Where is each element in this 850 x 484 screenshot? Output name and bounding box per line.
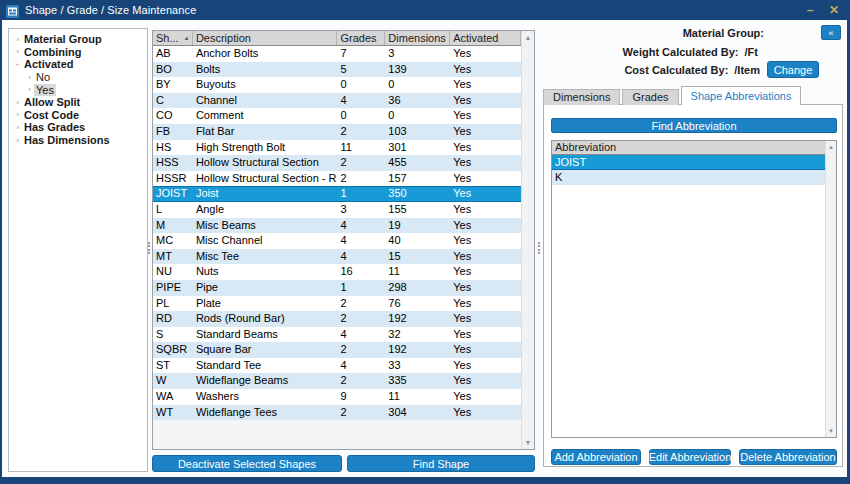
titlebar[interactable]: Shape / Grade / Size Maintenance – ✕ xyxy=(0,0,850,20)
table-row[interactable]: COComment00Yes xyxy=(153,108,521,124)
table-cell: PL xyxy=(153,296,193,312)
tree-item-has-dimensions[interactable]: ›Has Dimensions xyxy=(9,134,147,147)
table-cell: AB xyxy=(153,46,193,62)
table-row[interactable]: ABAnchor Bolts73Yes xyxy=(153,46,521,62)
tree-item-combining[interactable]: ›Combining xyxy=(9,46,147,59)
table-cell: Comment xyxy=(193,108,338,124)
deactivate-selected-shapes-button[interactable]: Deactivate Selected Shapes xyxy=(152,455,342,472)
table-cell: Yes xyxy=(450,202,521,218)
tree-item-yes[interactable]: ›Yes xyxy=(9,83,147,96)
expander-icon[interactable]: › xyxy=(13,123,22,132)
tree-item-activated[interactable]: ›Activated xyxy=(9,58,147,71)
column-header-dimensions[interactable]: Dimensions xyxy=(385,31,450,45)
shape-abbreviations-tab-panel: Find Abbreviation Abbreviation JOISTK ▲ … xyxy=(543,104,843,467)
tab-dimensions[interactable]: Dimensions xyxy=(543,89,620,105)
table-cell: Wideflange Tees xyxy=(193,405,338,421)
table-row[interactable]: JOISTJoist1350Yes xyxy=(153,186,521,202)
delete-abbreviation-button[interactable]: Delete Abbreviation xyxy=(739,449,837,465)
table-row[interactable]: WWideflange Beams2335Yes xyxy=(153,373,521,389)
cost-calculated-row: Cost Calculated By:/Item xyxy=(624,64,760,76)
table-row[interactable]: WTWideflange Tees2304Yes xyxy=(153,405,521,421)
table-cell: Yes xyxy=(450,218,521,234)
table-row[interactable]: HSSRHollow Structural Section - R2157Yes xyxy=(153,171,521,187)
splitter-handle-left[interactable] xyxy=(148,242,151,254)
expander-icon[interactable]: › xyxy=(25,85,34,94)
close-button[interactable]: ✕ xyxy=(826,2,842,18)
column-header-sh[interactable]: Sh...▲ xyxy=(153,31,193,45)
expander-icon[interactable]: › xyxy=(13,60,22,69)
table-cell: High Strength Bolt xyxy=(193,140,338,156)
tree-item-label: Allow Split xyxy=(22,96,82,108)
table-row[interactable]: WAWashers911Yes xyxy=(153,389,521,405)
table-cell: Bolts xyxy=(193,62,338,78)
table-row[interactable]: STStandard Tee433Yes xyxy=(153,358,521,374)
abbreviation-table-body: JOISTK xyxy=(552,155,825,437)
table-cell: Yes xyxy=(450,389,521,405)
tab-shape-abbreviations[interactable]: Shape Abbreviations xyxy=(681,86,802,105)
splitter-handle-right[interactable] xyxy=(538,242,541,254)
table-row[interactable]: PIPEPipe1298Yes xyxy=(153,280,521,296)
scroll-up-icon[interactable]: ▲ xyxy=(522,34,534,41)
column-header-description[interactable]: Description xyxy=(193,31,338,45)
tree-item-allow-split[interactable]: ›Allow Split xyxy=(9,96,147,109)
tree-item-no[interactable]: ›No xyxy=(9,71,147,84)
collapse-panel-button[interactable]: « xyxy=(821,25,841,40)
table-cell: Yes xyxy=(450,108,521,124)
table-row[interactable]: MMisc Beams419Yes xyxy=(153,218,521,234)
table-row[interactable]: PLPlate276Yes xyxy=(153,296,521,312)
table-cell: 4 xyxy=(337,249,385,265)
find-shape-button[interactable]: Find Shape xyxy=(347,455,535,472)
table-row[interactable]: BOBolts5139Yes xyxy=(153,62,521,78)
column-header-grades[interactable]: Grades xyxy=(337,31,385,45)
scroll-down-icon[interactable]: ▼ xyxy=(522,439,534,446)
table-cell: BO xyxy=(153,62,193,78)
table-cell: 2 xyxy=(337,311,385,327)
expander-icon[interactable]: › xyxy=(25,73,34,82)
table-row[interactable]: MTMisc Tee415Yes xyxy=(153,249,521,265)
shape-table-scrollbar[interactable]: ▲ ▼ xyxy=(521,31,534,449)
table-row[interactable]: MCMisc Channel440Yes xyxy=(153,233,521,249)
table-row[interactable]: SStandard Beams432Yes xyxy=(153,327,521,343)
tab-grades[interactable]: Grades xyxy=(622,89,678,105)
table-row[interactable]: LAngle3155Yes xyxy=(153,202,521,218)
column-header-activated[interactable]: Activated xyxy=(450,31,521,45)
table-row[interactable]: HSSHollow Structural Section2455Yes xyxy=(153,155,521,171)
table-row[interactable]: FBFlat Bar2103Yes xyxy=(153,124,521,140)
expander-icon[interactable]: › xyxy=(13,98,22,107)
tab-strip: DimensionsGradesShape Abbreviations xyxy=(543,86,803,105)
table-row[interactable]: NUNuts1611Yes xyxy=(153,264,521,280)
table-cell: Yes xyxy=(450,373,521,389)
table-cell: Wideflange Beams xyxy=(193,373,338,389)
table-cell: Anchor Bolts xyxy=(193,46,338,62)
minimize-button[interactable]: – xyxy=(802,2,818,18)
table-row[interactable]: BYBuyouts00Yes xyxy=(153,77,521,93)
expander-icon[interactable]: › xyxy=(13,110,22,119)
table-cell: Yes xyxy=(450,77,521,93)
abbreviation-column-header[interactable]: Abbreviation xyxy=(552,141,825,155)
table-cell: Yes xyxy=(450,233,521,249)
table-row[interactable]: SQBRSquare Bar2192Yes xyxy=(153,342,521,358)
table-cell: Yes xyxy=(450,280,521,296)
expander-icon[interactable]: › xyxy=(13,136,22,145)
tree-item-cost-code[interactable]: ›Cost Code xyxy=(9,109,147,122)
table-row[interactable]: CChannel436Yes xyxy=(153,93,521,109)
edit-abbreviation-button[interactable]: Edit Abbreviation xyxy=(649,449,731,465)
table-cell: 4 xyxy=(337,233,385,249)
tree-item-has-grades[interactable]: ›Has Grades xyxy=(9,121,147,134)
find-abbreviation-button[interactable]: Find Abbreviation xyxy=(551,118,837,133)
table-cell: Angle xyxy=(193,202,338,218)
add-abbreviation-button[interactable]: Add Abbreviation xyxy=(551,449,641,465)
table-row[interactable]: RDRods (Round Bar)2192Yes xyxy=(153,311,521,327)
abbreviation-row[interactable]: JOIST xyxy=(552,155,825,170)
abbreviation-scrollbar[interactable]: ▲ ▼ xyxy=(825,141,836,437)
expander-icon[interactable]: › xyxy=(13,47,22,56)
table-row[interactable]: HSHigh Strength Bolt11301Yes xyxy=(153,140,521,156)
scroll-down-icon[interactable]: ▼ xyxy=(826,428,836,434)
tree-item-label: Activated xyxy=(22,58,76,70)
table-cell: Yes xyxy=(450,358,521,374)
change-button[interactable]: Change xyxy=(767,61,819,78)
tree-item-material-group[interactable]: ›Material Group xyxy=(9,33,147,46)
abbreviation-row[interactable]: K xyxy=(552,170,825,185)
scroll-up-icon[interactable]: ▲ xyxy=(826,144,836,150)
expander-icon[interactable]: › xyxy=(13,35,22,44)
